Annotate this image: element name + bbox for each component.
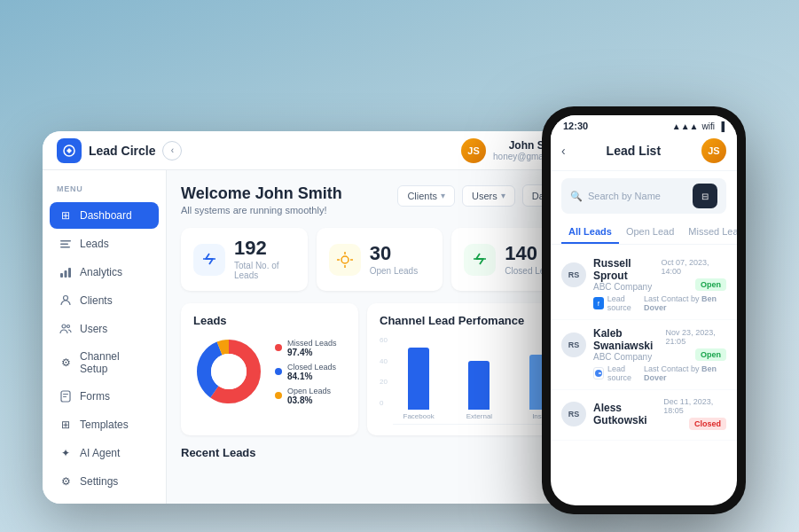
- tab-all-leads[interactable]: All Leads: [561, 221, 619, 244]
- welcome-title: Welcome John Smith: [181, 184, 342, 203]
- back-button[interactable]: ‹: [561, 144, 566, 158]
- sidebar-label-settings: Settings: [80, 475, 118, 488]
- tab-missed-leads[interactable]: Missed Leads: [681, 221, 737, 244]
- phone-time: 12:30: [563, 121, 588, 131]
- stat-total-leads: 192 Total No. of Leads: [234, 239, 295, 280]
- app-name: Lead Circle: [89, 144, 155, 158]
- lead-company-kaleb: ABC Company: [593, 352, 666, 362]
- svg-rect-5: [65, 270, 67, 278]
- phone-leads-list: RS Russell Sprout ABC Company Oct 07, 20…: [551, 245, 737, 505]
- channel-setup-icon: ⚙: [59, 356, 73, 370]
- leads-donut-chart: Leads: [181, 303, 358, 435]
- sidebar-item-settings[interactable]: ⚙ Settings: [50, 468, 159, 495]
- y-label-0: 0: [380, 399, 388, 407]
- ai-agent-icon: ✦: [59, 446, 73, 460]
- bar-external-bar: [468, 361, 490, 410]
- analytics-icon: [59, 265, 73, 279]
- legend-missed: Missed Leads 97.4%: [275, 339, 337, 357]
- y-label-40: 40: [380, 357, 388, 365]
- clients-filter[interactable]: Clients ▾: [397, 185, 455, 207]
- lead-date-badge-aless: Dec 11, 2023, 18:05 Closed: [663, 397, 726, 430]
- legend-closed: Closed Leads 84.1%: [275, 363, 337, 381]
- sidebar-item-dashboard[interactable]: ⊞ Dashboard: [50, 202, 159, 229]
- lead-name-russell: Russell Sprout: [593, 257, 661, 282]
- page-header: Welcome John Smith All systems are runni…: [181, 184, 578, 215]
- svg-point-9: [67, 325, 70, 328]
- lead-row1-russell: RS Russell Sprout ABC Company Oct 07, 20…: [561, 257, 726, 292]
- phone-tabs: All Leads Open Lead Missed Leads: [551, 221, 737, 245]
- lead-avatar-kaleb: RS: [561, 332, 586, 357]
- clients-dropdown-icon: ▾: [441, 191, 445, 200]
- filter-slider-button[interactable]: ⊟: [693, 184, 717, 208]
- slider-icon: ⊟: [701, 192, 709, 201]
- sidebar-label-ai-agent: AI Agent: [80, 447, 120, 459]
- users-dropdown-icon: ▾: [501, 191, 505, 200]
- phone-inner: 12:30 ▲▲▲ wifi ▐ ‹ Lead List JS 🔍 Search…: [551, 115, 737, 505]
- sidebar-item-channel-setup[interactable]: ⚙ Channel Setup: [50, 344, 159, 381]
- lead-item-kaleb[interactable]: RS Kaleb Swaniawski ABC Company Nov 23, …: [551, 320, 737, 390]
- svg-rect-11: [63, 394, 68, 395]
- legend-open: Open Leads 03.8%: [275, 387, 337, 405]
- sidebar-item-templates[interactable]: ⊞ Templates: [50, 411, 159, 438]
- lead-contact-russell: Last Contact by Ben Dover: [644, 294, 726, 312]
- phone-status-icons: ▲▲▲ wifi ▐: [672, 121, 725, 131]
- bar-chart-title: Channel Lead Perfomance: [380, 314, 566, 327]
- stats-row: 192 Total No. of Leads 30 Open Leads: [181, 228, 578, 291]
- users-filter[interactable]: Users ▾: [462, 185, 515, 207]
- svg-rect-6: [68, 268, 71, 278]
- lead-item-aless[interactable]: RS Aless Gutkowski Dec 11, 2023, 18:05 C…: [551, 390, 737, 441]
- y-label-60: 60: [380, 336, 388, 344]
- stat-card-open-leads: 30 Open Leads: [317, 228, 443, 291]
- tab-open-lead[interactable]: Open Lead: [619, 221, 681, 244]
- lead-item-russell[interactable]: RS Russell Sprout ABC Company Oct 07, 20…: [551, 250, 737, 320]
- user-avatar: JS: [461, 138, 486, 163]
- sidebar-label-clients: Clients: [80, 294, 113, 307]
- lead-row2-kaleb: Lead source Last Contact by Ben Dover: [561, 364, 726, 382]
- sidebar-label-templates: Templates: [80, 419, 129, 431]
- lead-company-russell: ABC Company: [593, 282, 661, 292]
- logo-icon: [57, 138, 82, 163]
- workflow-icon: ↻: [59, 503, 73, 504]
- svg-rect-12: [63, 396, 67, 397]
- closed-dot: [275, 368, 282, 375]
- welcome-subtitle: All systems are running smoothly!: [181, 205, 342, 215]
- recent-leads-section: Recent Leads: [181, 446, 578, 459]
- lead-avatar-name-russell: RS Russell Sprout ABC Company: [561, 257, 661, 292]
- sidebar-item-workflow[interactable]: ↻ Workflow: [50, 497, 159, 504]
- phone-title: Lead List: [607, 144, 661, 158]
- sidebar-item-analytics[interactable]: Analytics: [50, 259, 159, 286]
- phone-header: ‹ Lead List JS: [551, 135, 737, 171]
- sidebar-item-clients[interactable]: Clients: [50, 287, 159, 314]
- lead-row1-kaleb: RS Kaleb Swaniawski ABC Company Nov 23, …: [561, 327, 726, 362]
- lead-avatar-russell: RS: [561, 262, 586, 287]
- recent-leads-title: Recent Leads: [181, 446, 578, 459]
- stat-open-leads: 30 Open Leads: [370, 244, 419, 276]
- users-icon: [59, 322, 73, 336]
- closed-leads-icon: [464, 244, 496, 276]
- search-container[interactable]: 🔍 Search by Name ⊟: [561, 178, 726, 214]
- tablet-body: MENU ⊞ Dashboard Leads Analytics: [43, 170, 592, 504]
- signal-icon: ▲▲▲: [672, 121, 699, 131]
- phone-user-avatar: JS: [701, 138, 726, 163]
- tablet-header: Lead Circle ‹ JS John Smith honey@gmail.…: [43, 131, 592, 170]
- sidebar-label-leads: Leads: [80, 238, 109, 250]
- sidebar-item-users[interactable]: Users: [50, 316, 159, 342]
- open-leads-icon: [329, 244, 361, 276]
- sidebar-item-ai-agent[interactable]: ✦ AI Agent: [50, 440, 159, 466]
- bars-container: Facebook External Insta: [393, 336, 566, 425]
- lead-avatar-name-kaleb: RS Kaleb Swaniawski ABC Company: [561, 327, 666, 362]
- phone-status-bar: 12:30 ▲▲▲ wifi ▐: [551, 115, 737, 135]
- stat-card-total-leads: 192 Total No. of Leads: [181, 228, 308, 291]
- menu-label: MENU: [50, 181, 159, 200]
- collapse-button[interactable]: ‹: [162, 141, 182, 160]
- google-source-icon: [593, 367, 604, 379]
- lead-source-kaleb: Lead source: [593, 364, 644, 382]
- svg-point-7: [64, 296, 68, 301]
- sidebar-label-forms: Forms: [80, 390, 110, 403]
- svg-rect-4: [60, 273, 63, 278]
- stat-label-total: Total No. of Leads: [234, 261, 295, 280]
- open-dot: [275, 392, 282, 399]
- phone-search-area: 🔍 Search by Name ⊟: [551, 171, 737, 221]
- sidebar-item-leads[interactable]: Leads: [50, 231, 159, 257]
- sidebar-item-forms[interactable]: Forms: [50, 383, 159, 410]
